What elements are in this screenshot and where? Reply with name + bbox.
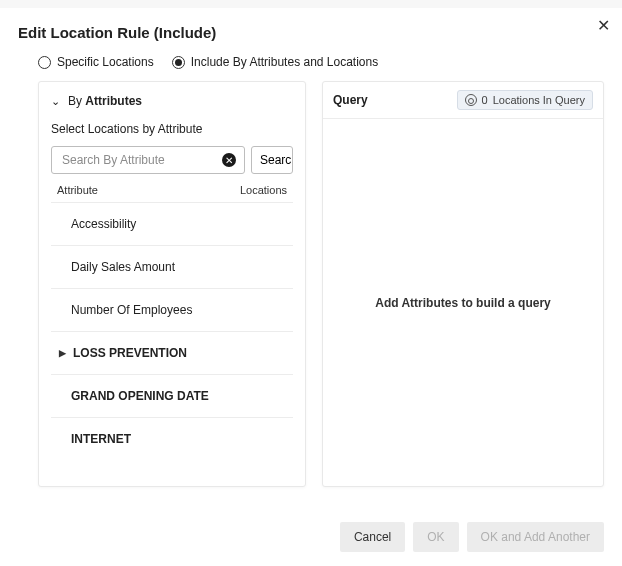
mode-radio-group: Specific Locations Include By Attributes… — [38, 55, 604, 69]
search-input[interactable] — [60, 152, 222, 168]
query-title: Query — [333, 93, 368, 107]
column-headers: Attribute Locations — [51, 184, 293, 202]
radio-label: Specific Locations — [57, 55, 154, 69]
locations-in-query-chip[interactable]: 0 Locations In Query — [457, 90, 593, 110]
list-item[interactable]: Accessibility — [51, 202, 293, 245]
panels-container: ⌄ By Attributes Select Locations by Attr… — [38, 81, 604, 487]
chip-suffix: Locations In Query — [493, 94, 585, 106]
list-item-label: LOSS PREVENTION — [73, 346, 187, 360]
query-header: Query 0 Locations In Query — [323, 82, 603, 118]
radio-include-by-attributes[interactable]: Include By Attributes and Locations — [172, 55, 378, 69]
caret-right-icon: ▶ — [59, 348, 67, 358]
list-item-label: GRAND OPENING DATE — [71, 389, 209, 403]
target-icon — [465, 94, 477, 106]
edit-location-rule-dialog: ✕ Edit Location Rule (Include) Specific … — [0, 8, 622, 566]
list-item[interactable]: ▶ LOSS PREVENTION — [51, 331, 293, 374]
dialog-footer: Cancel OK OK and Add Another — [340, 522, 604, 552]
clear-icon[interactable]: ✕ — [222, 153, 236, 167]
radio-icon — [172, 56, 185, 69]
list-item[interactable]: INTERNET — [51, 417, 293, 460]
attribute-list: Accessibility Daily Sales Amount Number … — [51, 202, 293, 460]
attributes-section-header[interactable]: ⌄ By Attributes — [51, 94, 293, 108]
search-button[interactable]: Search — [251, 146, 293, 174]
section-label: By Attributes — [68, 94, 142, 108]
dialog-title: Edit Location Rule (Include) — [18, 24, 604, 41]
query-empty-state: Add Attributes to build a query — [323, 118, 603, 486]
column-attribute: Attribute — [57, 184, 98, 196]
attributes-subtitle: Select Locations by Attribute — [51, 122, 293, 136]
radio-specific-locations[interactable]: Specific Locations — [38, 55, 154, 69]
list-item[interactable]: Number Of Employees — [51, 288, 293, 331]
chevron-down-icon: ⌄ — [51, 95, 60, 108]
list-item-label: Accessibility — [71, 217, 136, 231]
list-item-label: INTERNET — [71, 432, 131, 446]
column-locations: Locations — [240, 184, 287, 196]
list-item-label: Daily Sales Amount — [71, 260, 175, 274]
list-item[interactable]: GRAND OPENING DATE — [51, 374, 293, 417]
close-icon[interactable]: ✕ — [597, 18, 610, 34]
search-box[interactable]: ✕ — [51, 146, 245, 174]
ok-button[interactable]: OK — [413, 522, 458, 552]
query-panel: Query 0 Locations In Query Add Attribute… — [322, 81, 604, 487]
cancel-button[interactable]: Cancel — [340, 522, 405, 552]
list-item-label: Number Of Employees — [71, 303, 192, 317]
attributes-panel: ⌄ By Attributes Select Locations by Attr… — [38, 81, 306, 487]
radio-label: Include By Attributes and Locations — [191, 55, 378, 69]
ok-and-add-another-button[interactable]: OK and Add Another — [467, 522, 604, 552]
chip-count: 0 — [482, 94, 488, 106]
list-item[interactable]: Daily Sales Amount — [51, 245, 293, 288]
radio-icon — [38, 56, 51, 69]
search-row: ✕ Search — [51, 146, 293, 174]
